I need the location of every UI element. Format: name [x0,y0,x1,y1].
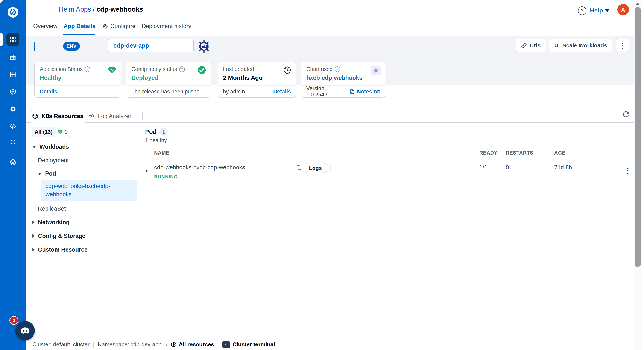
breadcrumb-helm-apps-link[interactable]: Helm Apps [59,5,91,13]
tab-k8s-resources[interactable]: K8s Resources [31,110,85,123]
tree-section-workloads[interactable]: Workloads [32,142,69,152]
helm-wheel-icon [9,105,16,113]
chart-used-card: Chart used ? hxcb-cdp-webhooks Version 1… [301,61,385,98]
tab-log-analyzer[interactable]: Log Analyzer [88,110,132,123]
help-question-icon[interactable]: ? [578,6,586,15]
notes-file-icon [350,89,355,94]
tree-section-networking[interactable]: Networking [32,217,70,228]
log-analyzer-label: Log Analyzer [98,113,132,120]
discord-icon [19,325,31,337]
user-avatar[interactable]: A [618,4,629,15]
logs-button-stack-decoration [329,165,330,171]
filter-healthy-chip[interactable]: 9 [55,127,70,137]
sidebar-item-code-editor[interactable] [0,123,26,130]
footer-separator [94,342,94,348]
config-apply-status-message: The release has been pushed ... [132,89,206,95]
caret-down-icon [38,173,42,175]
urls-button-label: Urls [530,42,541,49]
sidebar-item-applications[interactable] [6,33,19,46]
tree-section-label: Config & Storage [38,233,86,239]
all-resources-cube-icon [171,342,177,348]
caret-down-icon [32,146,36,148]
pod-row-name[interactable]: cdp-webhooks-hxcb-cdp-webhooks [154,164,245,171]
sidebar-item-clusters[interactable] [0,105,26,113]
chart-used-title: Chart used [306,66,332,72]
column-header-name: NAME [154,147,169,159]
logs-button[interactable]: Logs [306,163,325,173]
tree-section-config-storage[interactable]: Config & Storage [32,231,86,241]
tab-separator [142,112,142,120]
healthy-count: 9 [65,129,68,135]
k8s-resources-label: K8s Resources [42,113,83,120]
pod-health-subtitle: 1 healthy [145,137,167,143]
pod-count-badge: 1 [160,128,168,136]
config-apply-status-title: Config apply status [132,66,177,72]
sidebar-divider [7,153,19,153]
last-updated-details-link[interactable]: Details [273,89,291,95]
urls-button[interactable]: Urls [516,39,546,52]
pod-row-kebab-button[interactable]: ⋮ [624,167,632,174]
tab-configure[interactable]: Configure [110,20,136,32]
cluster-terminal-link[interactable]: Cluster terminal [232,341,275,348]
breadcrumb-app-name: cdp-webhooks [96,5,143,13]
sidebar-item-application-groups[interactable] [0,54,26,61]
gear-icon [9,139,16,146]
app-actions-kebab-button[interactable]: ⋮ [616,39,630,52]
environment-selector[interactable]: cdp-dev-app [108,39,194,52]
tab-deployment-history[interactable]: Deployment history [142,20,191,32]
notes-txt-link[interactable]: Notes.txt [357,89,380,95]
chart-store-icon [10,71,16,78]
application-status-details-link[interactable]: Details [40,89,57,95]
environment-selector-value: cdp-dev-app [113,42,149,49]
all-resources-link[interactable]: All resources [179,341,214,348]
config-apply-status-info-icon[interactable]: ? [179,66,185,72]
tree-item-pod-selected[interactable]: cdp-webhooks-hxcb-cdp-webhooks [41,179,136,201]
config-apply-status-value: Deployed [132,74,206,81]
tree-item-label: Deployment [38,157,69,164]
last-updated-by: by admin [223,89,245,95]
copy-name-button[interactable] [296,165,302,171]
breadcrumb: Helm Apps / cdp-webhooks [59,5,143,13]
table-header-border [142,159,634,160]
pod-status-running: RUNNING [154,174,178,179]
heart-pulse-icon [108,66,116,75]
caret-right-icon [146,169,148,173]
pod-section-heading: Pod 1 [145,128,168,136]
code-icon [9,123,16,130]
row-expander[interactable] [146,169,148,173]
svg-text:HELM: HELM [199,45,209,48]
tab-app-details[interactable]: App Details [64,20,96,32]
filter-all-chip[interactable]: All (13) [32,127,55,137]
sidebar-item-stack-manager[interactable] [0,159,26,166]
chart-used-info-icon[interactable]: ? [335,66,340,72]
application-status-title: Application Status [40,66,83,72]
tree-section-custom-resource[interactable]: Custom Resource [32,244,88,255]
sidebar-item-chart-store[interactable] [0,71,26,78]
applications-grid-icon [10,36,16,43]
footer-separator [218,342,218,348]
tree-item-deployment[interactable]: Deployment [38,155,69,166]
tab-overview[interactable]: Overview [33,20,58,32]
last-updated-value: 2 Months Ago [223,74,291,81]
scrollbar-thumb[interactable] [635,7,641,267]
sidebar-expand-handle[interactable] [0,32,3,46]
sidebar-item-global-configurations[interactable] [0,139,26,146]
app-root: Helm Apps / cdp-webhooks Overview App De… [0,0,644,350]
discord-chat-button[interactable] [16,321,35,340]
help-chevron-down-icon[interactable] [605,9,609,12]
help-label[interactable]: Help [590,7,603,14]
devtron-logo-icon[interactable] [0,5,26,19]
refresh-button[interactable] [622,111,630,118]
configure-gear-icon [102,23,108,29]
tree-section-label: Custom Resource [38,246,88,253]
chart-used-link[interactable]: hxcb-cdp-webhooks [306,75,362,81]
sidebar-item-resource-browser[interactable] [0,88,26,95]
scale-workloads-label: Scale Workloads [562,42,607,49]
scrollbar-up-arrow[interactable] [636,2,640,5]
tree-item-replicaset[interactable]: ReplicaSet [38,203,66,214]
caret-right-icon [32,234,34,238]
scale-workloads-button[interactable]: Scale Workloads [549,39,612,52]
tree-item-pod[interactable]: Pod [38,168,56,179]
application-status-info-icon[interactable]: ? [85,66,90,72]
kebab-icon: ⋮ [619,42,626,49]
